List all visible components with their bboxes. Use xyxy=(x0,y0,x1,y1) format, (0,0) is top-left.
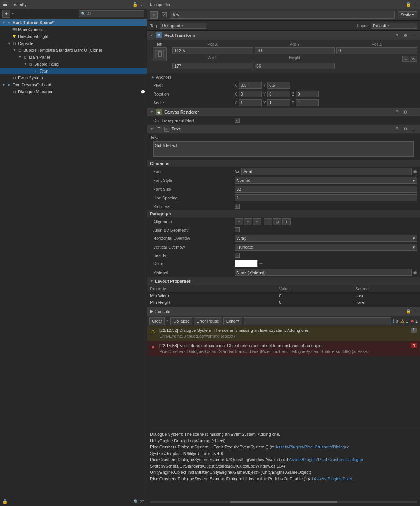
console-search-input[interactable] xyxy=(244,317,391,325)
layout-properties-table: Property Value Source Min Width 0 none M… xyxy=(147,285,420,307)
pos-z-field[interactable]: 0 xyxy=(336,47,417,54)
font-field[interactable]: Arial xyxy=(241,168,412,175)
pivot-y-field[interactable]: 0.5 xyxy=(267,82,290,89)
color-picker-btn[interactable]: ✏ xyxy=(259,261,263,266)
canvas-renderer-help-btn[interactable]: ? xyxy=(394,109,400,115)
clear-button[interactable]: Clear xyxy=(149,317,165,325)
align-bottom-btn[interactable]: ⊥ xyxy=(282,218,291,225)
material-search-btn[interactable]: ◉ xyxy=(413,270,417,275)
rect-transform-header[interactable]: ▼ ⊞ Rect Transform ? ⚙ ⋮ xyxy=(147,31,420,40)
clear-arrow[interactable]: ▾ xyxy=(166,319,168,323)
error-pause-button[interactable]: Error Pause xyxy=(194,317,222,325)
pos-x-field[interactable]: 112.5 xyxy=(172,47,253,54)
rect-transform-settings-btn[interactable]: ⚙ xyxy=(402,32,408,38)
console-menu-icon[interactable]: ⋮ xyxy=(413,309,417,314)
rect-transform-menu-btn[interactable]: ⋮ xyxy=(411,32,417,38)
rect-transform-help-btn[interactable]: ? xyxy=(394,32,400,38)
reset-btn[interactable]: R xyxy=(410,56,417,62)
color-swatch[interactable] xyxy=(235,260,258,267)
text-component-settings-btn[interactable]: ⚙ xyxy=(402,126,408,132)
bottom-menu-icon[interactable]: ⋮ xyxy=(10,499,14,504)
text-component-menu-btn[interactable]: ⋮ xyxy=(411,126,417,132)
hierarchy-item-bark-tutorial-scene[interactable]: ▼ ● Bark Tutorial Scene* xyxy=(0,19,147,26)
hierarchy-search-box[interactable]: 🔍 All xyxy=(79,10,145,17)
align-middle-btn[interactable]: ⊟ xyxy=(273,218,281,225)
hierarchy-item-main-panel[interactable]: ▼ ◻ Main Panel xyxy=(0,54,147,61)
layout-properties-section[interactable]: ▼ Layout Properties xyxy=(147,277,420,285)
inspector-menu-icon[interactable]: ⋮ xyxy=(413,2,417,7)
hierarchy-item-dialogue-manager[interactable]: ◻ Dialogue Manager 💬 xyxy=(0,88,147,95)
hierarchy-menu-icon[interactable]: ⋮ xyxy=(139,2,144,7)
width-field[interactable]: 177 xyxy=(172,63,253,69)
console-title: Console xyxy=(155,309,170,314)
canvas-renderer-settings-btn[interactable]: ⚙ xyxy=(402,109,408,115)
anchors-expand[interactable]: ▶ Anchors xyxy=(150,75,171,79)
canvas-renderer-header[interactable]: ▼ ◉ Canvas Renderer ? ⚙ ⋮ xyxy=(147,107,420,117)
horizontal-overflow-dropdown[interactable]: Wrap ▾ xyxy=(235,235,417,242)
console-message-warning[interactable]: ⚠ [22:12:32] Dialogue System: The scene … xyxy=(147,326,420,341)
hierarchy-item-event-system[interactable]: ◻ EventSystem xyxy=(0,74,147,81)
canvas-renderer-menu-btn[interactable]: ⋮ xyxy=(411,109,417,115)
text-component-active-checkbox[interactable] xyxy=(164,127,169,132)
material-field[interactable]: None (Material) xyxy=(235,269,412,276)
height-field[interactable]: 36 xyxy=(255,63,335,69)
hierarchy-item-dont-destroy[interactable]: ▼ ● DontDestroyOnLoad xyxy=(0,81,147,88)
hierarchy-item-capsule[interactable]: ▼ ◻ Capsule xyxy=(0,40,147,47)
zoom-in-icon[interactable]: + xyxy=(129,499,132,504)
bottom-lock-icon[interactable]: 🔒 xyxy=(2,499,8,504)
console-message-error[interactable]: ● [22:14:53] NullReferenceException: Obj… xyxy=(147,341,420,357)
anchor-indicator[interactable] xyxy=(153,47,167,61)
text-field-value[interactable]: Subtitle text. xyxy=(153,141,414,157)
hierarchy-item-bubble-panel[interactable]: ▼ ◻ Bubble Panel xyxy=(0,61,147,68)
console-lock-icon[interactable]: 🔒 xyxy=(406,309,411,314)
layout-props-row: Min Height 0 none xyxy=(147,299,420,306)
hierarchy-item-text[interactable]: T Text xyxy=(0,68,147,74)
detail-link-1[interactable]: Assets/Plugins/Pixel Crushers/Dialogue xyxy=(275,445,349,449)
text-component-header[interactable]: ▼ ☰ Text ? ⚙ ⋮ xyxy=(147,124,420,134)
console-scrollbar[interactable] xyxy=(150,501,417,503)
rot-y-field[interactable]: 0 xyxy=(267,91,290,97)
add-dropdown-arrow[interactable]: ▾ xyxy=(12,11,14,16)
static-button[interactable]: Static ▾ xyxy=(398,11,417,18)
vertical-overflow-dropdown[interactable]: Truncate ▾ xyxy=(235,244,417,251)
pivot-x-field[interactable]: 0.5 xyxy=(239,82,262,89)
align-by-geometry-checkbox[interactable] xyxy=(235,227,240,232)
scale-y-field[interactable]: 1 xyxy=(267,99,290,106)
detail-link-2[interactable]: Assets/Plugins/Pixel Crushers/Dialogue xyxy=(289,457,363,462)
hierarchy-item-bubble-template[interactable]: ▼ ◻ Bubble Template Standard Bark UI(Clo… xyxy=(0,47,147,54)
hierarchy-item-directional-light[interactable]: 💡 Directional Light xyxy=(0,33,147,40)
detail-link-3[interactable]: Assets/Plugins/Pixel... xyxy=(314,476,355,481)
rot-z-field[interactable]: 0 xyxy=(296,91,319,97)
align-top-btn[interactable]: ⊤ xyxy=(264,218,272,225)
align-right-btn[interactable]: ≡ xyxy=(253,218,261,225)
warning-count-badge[interactable]: ⚠ 1 xyxy=(400,318,408,324)
collapse-button[interactable]: Collapse xyxy=(170,317,192,325)
rich-text-checkbox[interactable] xyxy=(235,204,240,209)
tag-dropdown[interactable]: Untagged ▾ xyxy=(160,23,206,29)
text-component-help-btn[interactable]: ? xyxy=(394,126,400,132)
constrain-btn[interactable]: ⊡ xyxy=(402,56,409,62)
font-search-btn[interactable]: ◉ xyxy=(413,169,417,174)
add-object-button[interactable]: + xyxy=(2,10,10,18)
object-name[interactable]: Text xyxy=(170,11,395,19)
cull-checkbox[interactable] xyxy=(235,118,240,123)
font-style-dropdown[interactable]: Normal ▾ xyxy=(235,177,417,184)
info-count-badge[interactable]: ℹ 0 xyxy=(393,318,398,324)
scale-z-field[interactable]: 1 xyxy=(296,99,319,106)
font-size-field[interactable]: 32 xyxy=(235,186,417,193)
pos-y-field[interactable]: -34 xyxy=(255,47,335,54)
scale-x-field[interactable]: 1 xyxy=(239,99,262,106)
hierarchy-item-main-camera[interactable]: 📷 Main Camera xyxy=(0,26,147,33)
best-fit-checkbox[interactable] xyxy=(235,253,240,258)
inspector-lock-icon[interactable]: 🔒 xyxy=(406,2,411,7)
hierarchy-lock-icon[interactable]: 🔒 xyxy=(132,2,138,7)
active-checkbox[interactable] xyxy=(162,12,167,17)
line-spacing-field[interactable]: 1 xyxy=(235,194,417,201)
font-style-value-text: Normal xyxy=(236,178,250,183)
layer-dropdown[interactable]: Default ▾ xyxy=(371,23,417,29)
align-left-btn[interactable]: ≡ xyxy=(235,218,243,225)
error-count-badge[interactable]: ✖ 1 xyxy=(410,318,418,324)
editor-button[interactable]: Editor ▾ xyxy=(223,317,242,325)
align-center-btn[interactable]: ≡ xyxy=(244,218,252,225)
rot-x-field[interactable]: 0 xyxy=(239,91,262,97)
